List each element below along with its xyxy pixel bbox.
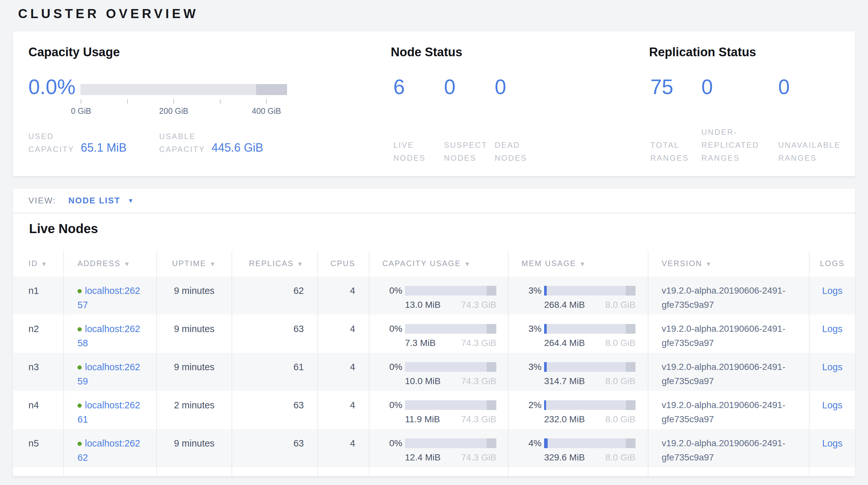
live-status-dot-icon — [78, 403, 82, 408]
capacity-used-value: 12.4 MiB — [405, 450, 441, 465]
node-id-cell: n2 — [13, 315, 64, 353]
column-header-replicas[interactable]: REPLICAS▼ — [232, 251, 318, 277]
mem-used-value: 268.4 MiB — [544, 298, 585, 312]
capacity-total-value: 74.3 GiB — [461, 374, 496, 388]
capacity-bar-reserved-segment — [487, 362, 496, 372]
column-header-cpus[interactable]: CPUS — [318, 251, 369, 277]
mem-bar — [544, 438, 636, 448]
version-cell: v19.2.0-alpha.20190606-2491-gfe735c9a97 — [648, 353, 809, 391]
node-address-link[interactable]: localhost:26257 — [78, 286, 140, 310]
logs-cell: Logs — [809, 315, 855, 353]
used-capacity-label-line1: USED — [28, 132, 54, 141]
replicas-cell: 61 — [232, 353, 318, 391]
logs-link[interactable]: Logs — [822, 438, 842, 449]
dead-nodes-label: DEAD NODES — [495, 139, 546, 165]
capacity-used-value: 11.9 MiB — [405, 412, 440, 426]
mem-usage-cell: 3% 264.4 MiB 8.0 GiB — [508, 315, 648, 353]
version-cell: v19.2.0-alpha.20190606-2491-gfe735c9a97 — [648, 429, 809, 467]
capacity-bar — [405, 400, 496, 410]
capacity-percent: 0% — [382, 284, 402, 298]
uptime-cell: 9 minutes — [157, 315, 232, 353]
logs-link[interactable]: Logs — [822, 362, 842, 372]
logs-link[interactable]: Logs — [822, 400, 842, 410]
total-ranges-count: 75 — [650, 77, 702, 97]
capacity-used-value: 10.0 MiB — [405, 374, 441, 388]
mem-bar — [544, 362, 636, 372]
usable-capacity-stat: USABLE CAPACITY 445.6 GiB — [159, 130, 263, 156]
mem-bar-used-segment — [544, 286, 547, 295]
axis-label-400gib: 400 GiB — [252, 106, 281, 116]
live-nodes-card: Live Nodes ID▼ ADDRESS▼ UPTIME▼ REPLICAS… — [13, 213, 855, 476]
column-header-capacity-usage[interactable]: CAPACITY USAGE▼ — [369, 251, 508, 277]
capacity-total-value: 74.3 GiB — [461, 298, 496, 312]
capacity-bar-reserved-segment — [487, 324, 496, 334]
capacity-usage-cell: 0% 11.9 MiB 74.3 GiB — [369, 391, 508, 429]
capacity-usage-cell: 0% 13.0 MiB 74.3 GiB — [369, 277, 508, 315]
mem-bar-used-segment — [544, 400, 546, 410]
uptime-cell: 9 minutes — [157, 277, 232, 315]
node-address-link[interactable]: localhost:26262 — [78, 438, 140, 463]
column-header-address[interactable]: ADDRESS▼ — [64, 251, 157, 277]
view-mode-dropdown[interactable]: NODE LIST ▼ — [68, 196, 134, 206]
column-header-uptime[interactable]: UPTIME▼ — [157, 251, 232, 277]
axis-tick-4 — [266, 99, 267, 104]
mem-bar — [544, 400, 636, 410]
used-capacity-value: 65.1 MiB — [81, 141, 127, 156]
mem-total-value: 8.0 GiB — [606, 412, 636, 426]
logs-link[interactable]: Logs — [822, 324, 842, 334]
cluster-summary-card: Capacity Usage 0.0% 0 GiB 200 GiB 400 Gi… — [13, 31, 855, 176]
column-header-logs: LOGS — [809, 251, 855, 277]
replication-status-title: Replication Status — [649, 45, 756, 59]
uptime-cell: 9 minutes — [157, 353, 232, 391]
mem-percent: 4% — [522, 436, 541, 450]
capacity-bar — [405, 438, 496, 448]
dead-nodes-count: 0 — [495, 77, 546, 97]
usable-capacity-value: 445.6 GiB — [212, 141, 263, 156]
live-nodes-label: LIVE NODES — [393, 139, 444, 165]
column-header-id[interactable]: ID▼ — [13, 251, 64, 277]
capacity-usage-cell: 0% 12.4 MiB 74.3 GiB — [369, 429, 508, 467]
used-capacity-label-line2: CAPACITY — [28, 145, 74, 153]
cpus-cell: 4 — [318, 353, 369, 391]
replicas-cell: 63 — [232, 391, 318, 429]
capacity-bar — [81, 84, 287, 95]
logs-link[interactable]: Logs — [822, 286, 842, 296]
mem-usage-cell: 3% 268.4 MiB 8.0 GiB — [508, 277, 648, 315]
replicas-cell: 63 — [232, 429, 318, 467]
capacity-used-percent: 0.0% — [28, 77, 75, 97]
node-address-cell: localhost:26258 — [64, 315, 157, 353]
node-id-cell: n3 — [13, 353, 64, 391]
mem-total-value: 8.0 GiB — [606, 374, 636, 388]
live-nodes-count: 6 — [393, 77, 444, 97]
mem-bar-used-segment — [544, 324, 547, 334]
axis-tick-2 — [174, 99, 174, 104]
live-status-dot-icon — [78, 327, 82, 332]
mem-bar-reserved-segment — [626, 438, 636, 448]
logs-cell: Logs — [809, 353, 855, 391]
capacity-usage-cell: 0% 10.0 MiB 74.3 GiB — [369, 353, 508, 391]
mem-percent: 2% — [522, 398, 541, 412]
node-address-cell: localhost:26257 — [64, 277, 157, 315]
mem-used-value: 329.6 MiB — [544, 450, 585, 465]
column-header-version[interactable]: VERSION▼ — [648, 251, 809, 277]
sort-arrow-icon: ▼ — [706, 261, 712, 267]
logs-cell: Logs — [809, 391, 855, 429]
unavailable-ranges-count: 0 — [778, 77, 856, 97]
mem-bar-reserved-segment — [626, 362, 636, 372]
axis-tick-0 — [81, 99, 82, 104]
capacity-used-value: 7.3 MiB — [405, 336, 436, 350]
live-nodes-title: Live Nodes — [29, 222, 98, 236]
node-address-link[interactable]: localhost:26258 — [78, 324, 140, 348]
sort-arrow-icon: ▼ — [41, 261, 48, 267]
node-address-link[interactable]: localhost:26259 — [78, 362, 140, 387]
node-address-link[interactable]: localhost:26261 — [78, 400, 140, 425]
capacity-total-value: 74.3 GiB — [461, 412, 496, 426]
mem-usage-cell: 3% 314.7 MiB 8.0 GiB — [508, 353, 648, 391]
sort-arrow-icon: ▼ — [210, 261, 216, 267]
column-header-mem-usage[interactable]: MEM USAGE▼ — [508, 251, 648, 277]
uptime-cell: 2 minutes — [157, 391, 232, 429]
under-replicated-ranges-count: 0 — [702, 77, 778, 97]
cpus-cell: 4 — [318, 429, 369, 467]
mem-total-value: 8.0 GiB — [606, 336, 636, 350]
version-cell: v19.2.0-alpha.20190606-2491-gfe735c9a97 — [648, 391, 809, 429]
